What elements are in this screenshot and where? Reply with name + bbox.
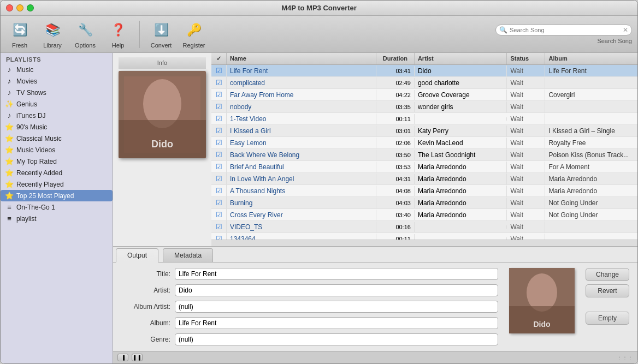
sidebar-item-90s-music[interactable]: ⭐ 90's Music [1, 121, 113, 133]
track-album: Not Going Under [545, 210, 637, 220]
sidebar-item-music[interactable]: ♪ Music [1, 64, 113, 75]
search-box[interactable]: 🔍 ✕ [495, 25, 632, 35]
track-checkbox[interactable]: ☑ [211, 113, 227, 124]
table-row[interactable]: ☑ 1343464 00:11 Wait [211, 233, 637, 240]
sidebar-item-tv-shows[interactable]: ♪ TV Shows [1, 87, 113, 98]
minimize-button[interactable] [16, 4, 23, 11]
table-row[interactable]: ☑ complicated 02:49 good charlotte Wait [211, 77, 637, 89]
table-row[interactable]: ☑ Back Where We Belong 03:50 The Last Go… [211, 149, 637, 161]
track-checkbox[interactable]: ☑ [211, 149, 227, 160]
track-album: I Kissed a Girl – Single [545, 126, 637, 136]
album-artist-input[interactable] [175, 301, 498, 313]
track-artist: Kevin MacLeod [415, 138, 507, 148]
table-row[interactable]: ☑ 1-Test Video 00:11 Wait [211, 113, 637, 125]
table-row[interactable]: ☑ In Love With An Angel 04:31 Maria Arre… [211, 173, 637, 185]
track-duration: 00:11 [376, 114, 415, 124]
sidebar-item-my-top-rated[interactable]: ⭐ My Top Rated [1, 156, 113, 167]
sidebar-item-top-25[interactable]: ⭐ Top 25 Most Played [1, 190, 113, 201]
table-row[interactable]: ☑ Life For Rent 03:41 Dido Wait Life For… [211, 65, 637, 77]
content-area: Info Dido [113, 53, 637, 363]
album-art: Dido [119, 71, 206, 158]
maximize-button[interactable] [27, 4, 34, 11]
options-button[interactable]: 🔧 Options [72, 20, 99, 49]
tv-shows-icon: ♪ [5, 88, 14, 97]
help-button[interactable]: ❓ Help [104, 20, 132, 49]
track-checkbox[interactable]: ☑ [211, 161, 227, 172]
track-name: A Thousand Nights [227, 186, 376, 196]
track-checkbox[interactable]: ☑ [211, 185, 227, 196]
name-column-header[interactable]: Name [227, 53, 376, 64]
track-artist: Dido [415, 65, 507, 76]
library-button[interactable]: 📚 Library [39, 20, 66, 49]
table-row[interactable]: ☑ Burning 04:03 Maria Arredondo Wait Not… [211, 197, 637, 209]
clear-search-icon[interactable]: ✕ [623, 26, 628, 34]
library-icon: 📚 [42, 20, 63, 40]
track-checkbox[interactable]: ☑ [211, 221, 227, 232]
sidebar-item-on-the-go[interactable]: ≡ On-The-Go 1 [1, 201, 113, 213]
sidebar-item-recently-played[interactable]: ⭐ Recently Played [1, 178, 113, 190]
horizontal-scrollbar[interactable] [211, 240, 637, 246]
sidebar-item-recently-added[interactable]: ⭐ Recently Added [1, 167, 113, 178]
track-duration: 03:01 [376, 126, 415, 136]
empty-button[interactable]: Empty [586, 312, 629, 325]
album-row: Album: [121, 317, 498, 329]
table-row[interactable]: ☑ Far Away From Home 04:22 Groove Covera… [211, 89, 637, 101]
close-button[interactable] [6, 4, 13, 11]
table-row[interactable]: ☑ Brief And Beautiful 03:53 Maria Arredo… [211, 161, 637, 173]
tab-metadata[interactable]: Metadata [163, 248, 213, 262]
track-checkbox[interactable]: ☑ [211, 137, 227, 148]
classical-icon: ⭐ [5, 134, 14, 142]
search-input[interactable] [510, 27, 623, 33]
table-row[interactable]: ☑ I Kissed a Girl 03:01 Katy Perry Wait … [211, 125, 637, 137]
table-row[interactable]: ☑ A Thousand Nights 04:08 Maria Arredond… [211, 185, 637, 197]
sidebar-item-itunes-dj[interactable]: ♪ iTunes DJ [1, 110, 113, 121]
sidebar-label-classical: Classical Music [16, 135, 62, 142]
change-button[interactable]: Change [586, 268, 629, 281]
track-checkbox[interactable]: ☑ [211, 101, 227, 112]
track-album [545, 117, 637, 121]
track-checkbox[interactable]: ☑ [211, 197, 227, 208]
track-album: Life For Rent [545, 65, 637, 76]
track-checkbox[interactable]: ☑ [211, 77, 227, 88]
track-artist: Maria Arredondo [415, 198, 507, 208]
tab-output[interactable]: Output [116, 248, 158, 262]
title-input[interactable] [175, 268, 498, 280]
album-column-header[interactable]: Album [545, 53, 637, 64]
duration-column-header[interactable]: Duration [376, 53, 415, 64]
sidebar-item-playlist[interactable]: ≡ playlist [1, 213, 113, 224]
skip-button[interactable]: ▌▐ [132, 354, 143, 361]
table-row[interactable]: ☑ VIDEO_TS 00:16 Wait [211, 221, 637, 233]
register-button[interactable]: 🔑 Register [180, 20, 208, 49]
track-status: Wait [507, 162, 545, 172]
sidebar-label-itunes-dj: iTunes DJ [16, 112, 46, 120]
track-status: Wait [507, 77, 545, 88]
table-row[interactable]: ☑ nobody 03:35 wonder girls Wait [211, 101, 637, 113]
track-checkbox[interactable]: ☑ [211, 125, 227, 136]
table-row[interactable]: ☑ Easy Lemon 02:06 Kevin MacLeod Wait Ro… [211, 137, 637, 149]
revert-button[interactable]: Revert [586, 284, 629, 297]
sidebar-item-movies[interactable]: ♪ Movies [1, 75, 113, 87]
sidebar-item-music-videos[interactable]: ⭐ Music Videos [1, 144, 113, 156]
convert-button[interactable]: ⬇️ Convert [147, 20, 175, 49]
track-checkbox[interactable]: ☑ [211, 209, 227, 220]
track-duration: 00:16 [376, 222, 415, 232]
album-input[interactable] [175, 317, 498, 329]
track-artist: Maria Arredondo [415, 210, 507, 220]
fresh-button[interactable]: 🔄 Fresh [6, 20, 33, 49]
on-the-go-icon: ≡ [5, 203, 14, 211]
track-checkbox[interactable]: ☑ [211, 65, 227, 76]
genre-input[interactable] [175, 333, 498, 345]
sidebar-item-classical[interactable]: ⭐ Classical Music [1, 133, 113, 144]
status-column-header[interactable]: Status [507, 53, 545, 64]
preview-buttons: Change Revert Empty [586, 268, 629, 345]
sidebar-item-genius[interactable]: ✨ Genius [1, 98, 113, 110]
artist-input[interactable] [175, 284, 498, 296]
track-name: VIDEO_TS [227, 222, 376, 232]
track-checkbox[interactable]: ☑ [211, 173, 227, 184]
table-row[interactable]: ☑ Cross Every River 03:40 Maria Arredond… [211, 209, 637, 221]
track-status: Wait [507, 114, 545, 124]
play-pause-button[interactable]: ▐ [117, 354, 128, 361]
artist-column-header[interactable]: Artist [415, 53, 507, 64]
track-checkbox[interactable]: ☑ [211, 233, 227, 240]
track-checkbox[interactable]: ☑ [211, 89, 227, 100]
